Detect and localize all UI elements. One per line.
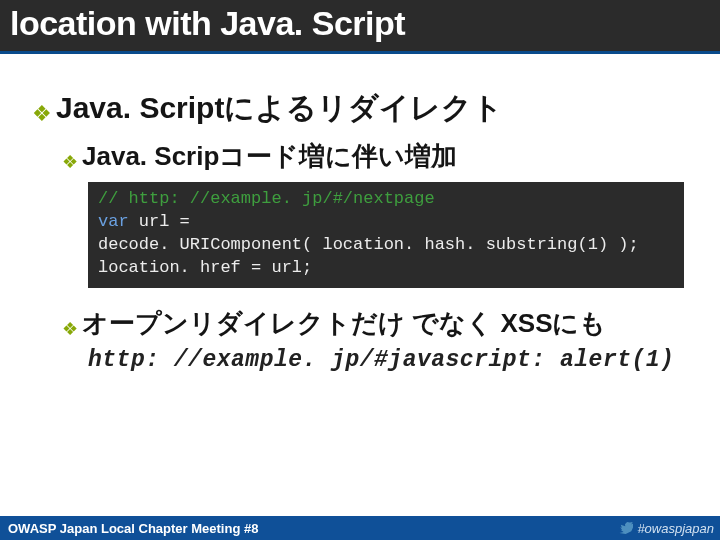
code-keyword: var [98, 212, 129, 231]
slide-title: location with Java. Script [10, 4, 710, 43]
code-line: decode. URIComponent( location. hash. su… [98, 234, 674, 257]
footer-bar: OWASP Japan Local Chapter Meeting #8 #ow… [0, 516, 720, 540]
footer-hashtag: #owaspjapan [637, 521, 714, 536]
diamond-icon: ❖ [32, 103, 52, 125]
bullet-level1: ❖ Java. Scriptによるリダイレクト [32, 88, 688, 129]
bullet3-text: オープンリダイレクトだけ でなく XSSにも [82, 306, 606, 341]
slide-content: ❖ Java. Scriptによるリダイレクト ❖ Java. Scripコード… [0, 54, 720, 373]
bullet-level2: ❖ Java. Scripコード増に伴い増加 [62, 139, 688, 174]
xss-url-text: http: //example. jp/#javascript: alert(1… [88, 347, 688, 373]
diamond-icon: ❖ [62, 320, 78, 338]
title-bar: location with Java. Script [0, 0, 720, 54]
code-comment: // http: //example. jp/#/nextpage [98, 189, 435, 208]
bullet2-text: Java. Scripコード増に伴い増加 [82, 139, 457, 174]
code-block: // http: //example. jp/#/nextpage var ur… [88, 182, 684, 288]
diamond-icon: ❖ [62, 153, 78, 171]
footer-right: #owaspjapan [619, 521, 714, 536]
footer-left-text: OWASP Japan Local Chapter Meeting #8 [8, 521, 258, 536]
twitter-icon [619, 522, 633, 534]
bullet-level2: ❖ オープンリダイレクトだけ でなく XSSにも [62, 306, 688, 341]
code-line: location. href = url; [98, 257, 674, 280]
bullet1-text: Java. Scriptによるリダイレクト [56, 88, 503, 129]
code-text: url = [129, 212, 190, 231]
